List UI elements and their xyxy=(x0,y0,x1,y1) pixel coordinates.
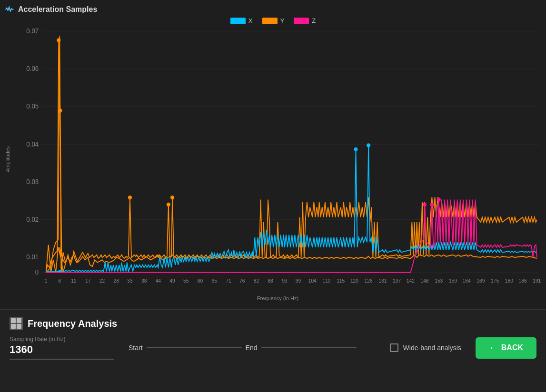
controls-row: Sampling Rate (in Hz) 1360 Start End Wid… xyxy=(10,336,536,360)
back-button[interactable]: ← BACK xyxy=(476,337,536,359)
svg-text:0.06: 0.06 xyxy=(26,65,39,72)
svg-text:159: 159 xyxy=(449,278,457,284)
end-slider[interactable] xyxy=(261,347,357,348)
svg-text:44: 44 xyxy=(156,278,161,284)
sampling-rate-label: Sampling Rate (in Hz) xyxy=(10,336,114,343)
wideband-group: Wide-band analysis xyxy=(390,343,461,352)
svg-text:115: 115 xyxy=(337,278,345,284)
svg-text:6: 6 xyxy=(58,278,61,284)
svg-point-59 xyxy=(57,38,60,42)
svg-point-57 xyxy=(430,203,434,206)
svg-text:0.05: 0.05 xyxy=(26,103,39,110)
svg-text:180: 180 xyxy=(505,278,513,284)
chart-legend: X Y Z xyxy=(5,17,541,24)
svg-text:142: 142 xyxy=(407,278,415,284)
svg-text:82: 82 xyxy=(254,278,259,284)
svg-text:126: 126 xyxy=(365,278,373,284)
legend-x: X xyxy=(230,17,253,24)
legend-y-label: Y xyxy=(280,17,285,24)
svg-text:33: 33 xyxy=(127,278,133,284)
svg-text:93: 93 xyxy=(282,278,288,284)
svg-text:28: 28 xyxy=(114,278,119,284)
svg-text:99: 99 xyxy=(296,278,301,284)
wideband-checkbox[interactable] xyxy=(390,343,398,352)
svg-point-56 xyxy=(423,203,427,206)
legend-y: Y xyxy=(262,17,285,24)
x-axis-label: Frequency (in Hz) xyxy=(14,295,541,301)
sampling-rate-value: 1360 xyxy=(10,343,114,356)
svg-text:38: 38 xyxy=(141,278,147,284)
chart-area: 0.07 0.06 0.05 0.04 0.03 0.02 0.01 0 1 6… xyxy=(14,26,541,293)
svg-text:186: 186 xyxy=(519,278,527,284)
start-label: Start xyxy=(129,344,143,352)
svg-text:164: 164 xyxy=(463,278,471,284)
chart-container: Amplitudes 0.07 xyxy=(5,26,541,293)
svg-text:0: 0 xyxy=(35,269,39,276)
y-axis-label: Amplitudes xyxy=(5,26,13,293)
svg-text:12: 12 xyxy=(71,278,77,284)
svg-text:191: 191 xyxy=(533,278,541,284)
legend-z-label: Z xyxy=(312,17,316,24)
chart-section: Acceleration Samples X Y Z Amplitudes xyxy=(0,0,546,309)
svg-rect-0 xyxy=(14,26,541,293)
svg-text:131: 131 xyxy=(378,278,387,284)
svg-text:17: 17 xyxy=(85,278,91,284)
start-end-group: Start End xyxy=(129,344,376,352)
svg-text:0.07: 0.07 xyxy=(26,28,39,35)
chart-title: Acceleration Samples xyxy=(5,5,541,14)
svg-point-54 xyxy=(354,147,357,151)
svg-point-61 xyxy=(128,196,132,199)
svg-text:0.01: 0.01 xyxy=(26,254,39,261)
svg-text:71: 71 xyxy=(226,278,231,284)
back-arrow-icon: ← xyxy=(489,343,497,353)
svg-text:120: 120 xyxy=(350,278,358,284)
svg-text:76: 76 xyxy=(239,278,245,284)
svg-text:153: 153 xyxy=(435,278,443,284)
svg-text:0.02: 0.02 xyxy=(26,216,39,223)
svg-text:22: 22 xyxy=(99,278,105,284)
sampling-rate-group: Sampling Rate (in Hz) 1360 xyxy=(10,336,114,360)
chart-svg: 0.07 0.06 0.05 0.04 0.03 0.02 0.01 0 1 6… xyxy=(14,26,541,293)
chart-title-text: Acceleration Samples xyxy=(18,5,97,14)
legend-z: Z xyxy=(294,17,316,24)
svg-text:0.03: 0.03 xyxy=(26,178,39,186)
start-slider[interactable] xyxy=(147,347,242,348)
waveform-icon xyxy=(5,5,14,14)
svg-text:55: 55 xyxy=(183,278,189,284)
svg-point-53 xyxy=(367,143,370,147)
freq-analysis-header: Frequency Analysis xyxy=(10,317,536,330)
svg-text:88: 88 xyxy=(268,278,273,284)
legend-z-box xyxy=(294,18,309,24)
bottom-section: Frequency Analysis Sampling Rate (in Hz)… xyxy=(0,309,546,392)
svg-text:49: 49 xyxy=(169,278,175,284)
svg-point-62 xyxy=(167,203,170,206)
svg-text:148: 148 xyxy=(420,278,428,284)
svg-text:60: 60 xyxy=(198,278,203,284)
legend-y-box xyxy=(262,18,278,24)
back-button-label: BACK xyxy=(501,343,523,352)
svg-point-58 xyxy=(437,197,441,201)
svg-text:0.04: 0.04 xyxy=(26,140,39,147)
svg-text:65: 65 xyxy=(212,278,218,284)
legend-x-box xyxy=(230,18,246,24)
svg-text:110: 110 xyxy=(322,278,330,284)
svg-point-60 xyxy=(58,108,62,112)
svg-text:175: 175 xyxy=(491,278,499,284)
legend-x-label: X xyxy=(248,17,253,24)
svg-point-63 xyxy=(170,196,174,199)
svg-text:169: 169 xyxy=(477,278,485,284)
grid-icon xyxy=(10,317,23,330)
svg-text:104: 104 xyxy=(308,278,317,284)
svg-text:1: 1 xyxy=(45,278,48,284)
wideband-label: Wide-band analysis xyxy=(403,344,461,352)
sampling-rate-slider[interactable] xyxy=(10,359,114,360)
svg-text:137: 137 xyxy=(393,278,401,284)
end-label: End xyxy=(246,344,258,352)
freq-analysis-title: Frequency Analysis xyxy=(28,318,117,329)
